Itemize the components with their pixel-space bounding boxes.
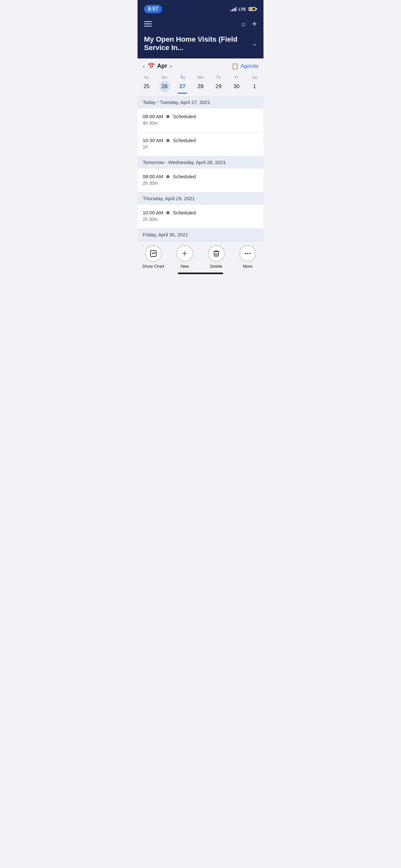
event-time: 10:00 AM: [143, 210, 163, 215]
day-col-mon[interactable]: Mo 26: [156, 73, 174, 96]
lte-label: LTE: [238, 7, 246, 11]
new-button[interactable]: [176, 245, 193, 262]
event-time-row: 08:00 AM Scheduled: [143, 174, 258, 179]
event-duration: 1h: [143, 144, 258, 150]
today-underline: [178, 93, 187, 94]
event-item[interactable]: 10:00 AM Scheduled 2h 30m: [137, 205, 264, 228]
show-chart-toolbar-item[interactable]: Show Chart: [141, 245, 166, 269]
status-dot: [166, 175, 169, 178]
new-toolbar-item[interactable]: New: [172, 245, 197, 269]
event-status: Scheduled: [173, 174, 196, 179]
event-duration: 2h 30m: [143, 181, 258, 186]
battery-icon: ⚡: [249, 7, 257, 11]
show-chart-button[interactable]: [145, 245, 162, 262]
event-status: Scheduled: [173, 210, 196, 215]
delete-toolbar-item[interactable]: Delete: [204, 245, 229, 269]
week-days-row: Su 25 Mo 26 Tu 27 We 28 Th 29 Fr 30: [137, 73, 264, 96]
calendar-nav: ‹ 📅 Apr › 📋 Agenda: [137, 58, 264, 72]
status-dot: [166, 115, 169, 118]
home-bar: [178, 273, 223, 274]
hamburger-menu[interactable]: [144, 21, 152, 27]
svg-point-5: [249, 253, 251, 254]
svg-point-3: [245, 253, 246, 254]
day-num-tue: 27: [177, 81, 188, 92]
delete-button[interactable]: [208, 245, 225, 262]
new-label: New: [181, 264, 189, 269]
calendar-icon: 📅: [148, 63, 155, 70]
next-month-button[interactable]: ›: [170, 62, 172, 70]
title-dropdown-chevron[interactable]: ⌄: [252, 40, 257, 47]
day-col-wed[interactable]: We 28: [191, 73, 210, 96]
event-item[interactable]: 08:00 AM Scheduled 2h 30m: [137, 168, 264, 192]
event-time: 10:30 AM: [143, 137, 163, 143]
dots-icon: [244, 250, 251, 257]
day-name-fri: Fr: [235, 75, 238, 80]
agenda-content: Today - Tuesday, April 27, 2021 08:00 AM…: [137, 96, 264, 241]
section-title-today: Today - Tuesday, April 27, 2021: [143, 99, 210, 105]
day-col-sun[interactable]: Su 25: [137, 73, 156, 96]
status-time: 8:57: [144, 5, 162, 13]
day-col-tue[interactable]: Tu 27: [174, 73, 191, 96]
day-name-tue: Tu: [180, 75, 185, 80]
prev-month-button[interactable]: ‹: [143, 62, 145, 70]
day-col-fri[interactable]: Fr 30: [227, 73, 246, 96]
section-header-tomorrow: Tomorrow - Wednesday, April 28, 2021: [137, 156, 264, 168]
show-chart-label: Show Chart: [143, 264, 164, 269]
day-num-thu: 29: [213, 81, 224, 92]
svg-point-4: [247, 253, 248, 254]
home-indicator: [137, 270, 264, 278]
day-name-mon: Mo: [162, 75, 167, 80]
day-name-wed: We: [197, 75, 204, 80]
status-icons: LTE ⚡: [230, 7, 257, 11]
event-duration: 4h 30m: [143, 120, 258, 126]
week-calendar: Su 25 Mo 26 Tu 27 We 28 Th 29 Fr 30: [137, 72, 264, 96]
header: ⌕ +: [137, 16, 264, 34]
event-time: 08:00 AM: [143, 174, 163, 179]
event-time-row: 10:30 AM Scheduled: [143, 137, 258, 143]
add-icon[interactable]: +: [252, 19, 257, 29]
signal-icon: [230, 7, 236, 11]
event-time: 08:00 AM: [143, 114, 163, 119]
event-duration: 2h 30m: [143, 217, 258, 222]
more-toolbar-item[interactable]: More: [235, 245, 260, 269]
event-item[interactable]: 08:00 AM Scheduled 4h 30m: [137, 108, 264, 132]
chart-icon: [150, 250, 157, 257]
section-header-thu: Thursday, April 29, 2021: [137, 192, 264, 205]
day-num-sat: 1: [249, 81, 260, 92]
month-label: Apr: [157, 63, 167, 69]
event-status: Scheduled: [173, 114, 196, 119]
day-name-sat: Sa: [252, 75, 257, 80]
search-icon[interactable]: ⌕: [242, 20, 246, 28]
event-time-row: 10:00 AM Scheduled: [143, 210, 258, 215]
more-label: More: [243, 264, 252, 269]
day-num-wed: 28: [195, 81, 206, 92]
page-title: My Open Home Visits (Field Service In...: [144, 35, 250, 52]
status-bar: 8:57 LTE ⚡: [137, 0, 264, 16]
title-bar: My Open Home Visits (Field Service In...…: [137, 34, 264, 58]
delete-label: Delete: [210, 264, 222, 269]
section-title-fri: Friday, April 30, 2021: [143, 232, 188, 237]
section-title-tomorrow: Tomorrow - Wednesday, April 28, 2021: [143, 159, 226, 165]
day-num-fri: 30: [231, 81, 242, 92]
section-title-thu: Thursday, April 29, 2021: [143, 196, 195, 201]
status-dot: [166, 211, 169, 214]
agenda-view-button[interactable]: 📋 Agenda: [232, 63, 258, 70]
day-num-sun: 25: [141, 81, 152, 92]
event-item[interactable]: 10:30 AM Scheduled 1h: [137, 132, 264, 156]
day-num-mon: 26: [159, 81, 170, 92]
status-dot: [166, 139, 169, 142]
plus-icon: [181, 250, 189, 257]
header-actions: ⌕ +: [242, 19, 257, 29]
bottom-toolbar: Show Chart New Delete: [137, 241, 264, 270]
day-col-thu[interactable]: Th 29: [210, 73, 227, 96]
agenda-icon: 📋: [232, 63, 239, 70]
day-name-sun: Su: [144, 75, 149, 80]
section-header-fri: Friday, April 30, 2021: [137, 228, 264, 241]
agenda-label: Agenda: [241, 63, 258, 69]
event-time-row: 08:00 AM Scheduled: [143, 114, 258, 119]
trash-icon: [212, 250, 220, 257]
event-status: Scheduled: [173, 137, 196, 143]
section-header-today: Today - Tuesday, April 27, 2021: [137, 96, 264, 108]
more-button[interactable]: [239, 245, 256, 262]
day-col-sat[interactable]: Sa 1: [245, 73, 264, 96]
